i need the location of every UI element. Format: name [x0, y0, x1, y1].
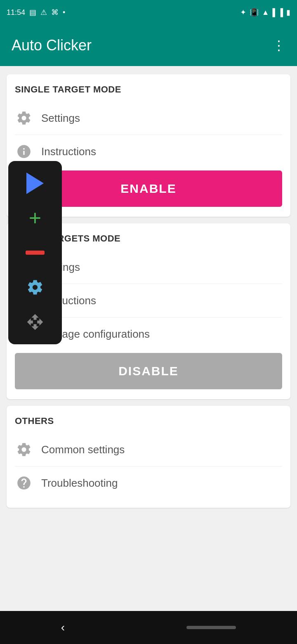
time-display: 11:54	[7, 8, 25, 17]
wifi-icon: ▲	[262, 8, 269, 17]
vibrate-icon: 📳	[250, 8, 259, 17]
single-instructions-label: Instructions	[41, 145, 96, 158]
play-icon	[26, 173, 44, 194]
bottom-spacer	[7, 514, 290, 556]
info-icon	[16, 144, 32, 159]
gear-icon	[16, 442, 32, 457]
battery-icon: ▮	[286, 8, 290, 17]
floating-toolbar: +	[8, 161, 62, 344]
toolbar-gear-icon	[26, 279, 44, 296]
warning-icon: ⚠	[40, 8, 47, 17]
message-icon: ▤	[29, 8, 36, 17]
app-bar: Auto Clicker ⋮	[0, 25, 297, 66]
others-title: OTHERS	[15, 416, 282, 426]
divider-1	[15, 135, 282, 135]
question-icon	[16, 475, 32, 491]
troubleshooting-label: Troubleshooting	[41, 477, 118, 490]
plus-icon: +	[29, 207, 41, 229]
bluetooth-icon: ✦	[240, 8, 246, 17]
back-button[interactable]: ‹	[61, 621, 65, 634]
single-instructions-icon-container	[15, 142, 33, 161]
divider-4	[15, 466, 282, 466]
move-icon	[26, 313, 44, 331]
gear-icon	[16, 110, 32, 126]
settings-button[interactable]	[16, 271, 54, 304]
status-right: ✦ 📳 ▲ ▌▐ ▮	[240, 8, 290, 17]
common-settings-icon-container	[15, 440, 33, 459]
more-options-button[interactable]: ⋮	[272, 38, 285, 53]
remove-button[interactable]	[16, 236, 54, 269]
disable-button[interactable]: DISABLE	[15, 353, 282, 389]
single-settings-label: Settings	[41, 112, 80, 125]
common-settings-item[interactable]: Common settings	[15, 435, 282, 464]
signal-icon: ⌘	[51, 8, 59, 17]
minus-icon	[26, 251, 45, 255]
troubleshooting-icon-container	[15, 474, 33, 492]
single-settings-item[interactable]: Settings	[15, 103, 282, 133]
single-target-mode-title: SINGLE TARGET MODE	[15, 84, 282, 95]
single-settings-icon-container	[15, 109, 33, 127]
play-button[interactable]	[16, 167, 54, 200]
others-card: OTHERS Common settings Troubleshooting	[7, 406, 290, 508]
app-title: Auto Clicker	[12, 37, 92, 54]
dot-icon: •	[63, 8, 65, 17]
home-pill[interactable]	[186, 626, 236, 629]
common-settings-label: Common settings	[41, 443, 125, 456]
status-bar: 11:54 ▤ ⚠ ⌘ • ✦ 📳 ▲ ▌▐ ▮	[0, 0, 297, 25]
signal-bars-icon: ▌▐	[272, 8, 283, 17]
troubleshooting-item[interactable]: Troubleshooting	[15, 468, 282, 498]
status-left: 11:54 ▤ ⚠ ⌘ •	[7, 8, 65, 17]
move-button[interactable]	[16, 305, 54, 339]
add-button[interactable]: +	[16, 201, 54, 234]
nav-bar: ‹	[0, 611, 297, 644]
